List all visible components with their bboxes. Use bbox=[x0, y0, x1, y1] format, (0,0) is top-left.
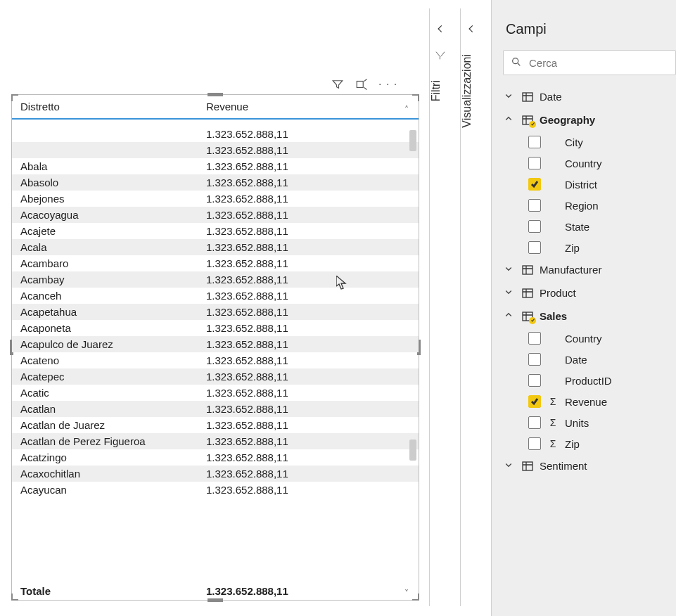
field-sales-productid[interactable]: ΣProductID bbox=[523, 370, 676, 391]
fields-search[interactable] bbox=[503, 50, 676, 75]
table-row[interactable]: Abasolo1.323.652.888,11 bbox=[12, 174, 419, 191]
table-row[interactable]: Acambay1.323.652.888,11 bbox=[12, 271, 419, 288]
col-header-revenue[interactable]: Revenue bbox=[206, 101, 319, 113]
filters-pane-collapsed[interactable]: Filtri bbox=[429, 8, 450, 606]
field-state[interactable]: ΣState bbox=[523, 216, 676, 237]
focus-mode-icon[interactable] bbox=[355, 77, 369, 91]
cell-distretto: Acambaro bbox=[18, 257, 206, 269]
sales-fields: ΣCountry ΣDate ΣProductID ΣRevenue ΣUnit… bbox=[495, 328, 676, 454]
table-node-date[interactable]: Date bbox=[495, 85, 676, 108]
search-input[interactable] bbox=[529, 57, 668, 69]
filter-icon[interactable] bbox=[331, 77, 345, 91]
chevron-up-icon[interactable] bbox=[504, 311, 516, 321]
sigma-icon: Σ bbox=[548, 417, 558, 428]
field-sales-date[interactable]: ΣDate bbox=[523, 349, 676, 370]
chevron-down-icon[interactable] bbox=[504, 91, 516, 102]
cell-distretto: Acatepec bbox=[18, 371, 206, 383]
cell-distretto: Acatlan de Juarez bbox=[18, 419, 206, 431]
table-row[interactable]: Acala1.323.652.888,11 bbox=[12, 239, 419, 255]
checkbox[interactable] bbox=[528, 220, 541, 233]
chevron-down-icon[interactable] bbox=[504, 288, 516, 298]
table-row[interactable]: Acatlan de Juarez1.323.652.888,11 bbox=[12, 417, 419, 433]
field-district[interactable]: ΣDistrict bbox=[523, 174, 676, 195]
checkbox[interactable] bbox=[528, 136, 541, 148]
field-sales-country[interactable]: ΣCountry bbox=[523, 328, 676, 349]
visualizations-pane-collapsed[interactable]: Visualizzazioni bbox=[460, 8, 481, 606]
table-row[interactable]: Acatepec1.323.652.888,11 bbox=[12, 368, 419, 385]
cell-revenue: 1.323.652.888,11 bbox=[206, 435, 319, 447]
checkbox-checked[interactable] bbox=[528, 178, 541, 191]
table-row[interactable]: Acaxochitlan1.323.652.888,11 bbox=[12, 466, 419, 482]
checkbox[interactable] bbox=[528, 157, 541, 169]
checkbox[interactable] bbox=[528, 199, 541, 212]
scroll-thumb[interactable] bbox=[409, 130, 416, 151]
chevron-down-icon[interactable] bbox=[504, 461, 516, 471]
more-options-icon[interactable]: · · · bbox=[378, 78, 397, 91]
cell-distretto: Acatzingo bbox=[18, 451, 206, 463]
field-sales-revenue[interactable]: ΣRevenue bbox=[523, 391, 676, 412]
cell-revenue: 1.323.652.888,11 bbox=[206, 387, 319, 399]
checkbox[interactable] bbox=[528, 374, 541, 387]
scroll-up-icon[interactable]: ˄ bbox=[404, 105, 417, 115]
checkbox[interactable] bbox=[528, 353, 541, 366]
table-row[interactable]: Acapulco de Juarez1.323.652.888,11 bbox=[12, 336, 419, 352]
table-node-manufacturer[interactable]: Manufacturer bbox=[495, 258, 676, 281]
field-sales-units[interactable]: ΣUnits bbox=[523, 412, 676, 433]
scroll-down-icon[interactable]: ˅ bbox=[404, 589, 417, 598]
cell-distretto: Acanceh bbox=[18, 290, 206, 302]
field-region[interactable]: ΣRegion bbox=[523, 195, 676, 216]
checkbox[interactable] bbox=[528, 416, 541, 429]
field-zip[interactable]: ΣZip bbox=[523, 237, 676, 258]
table-row[interactable]: 1.323.652.888,11 bbox=[12, 126, 419, 142]
table-row[interactable]: Acatzingo1.323.652.888,11 bbox=[12, 449, 419, 466]
field-sales-zip[interactable]: ΣZip bbox=[523, 433, 676, 454]
cell-distretto: Acapulco de Juarez bbox=[18, 338, 206, 350]
table-row[interactable]: Abala1.323.652.888,11 bbox=[12, 158, 419, 174]
report-canvas[interactable]: · · · Distretto Revenue 1.323.652.888,11… bbox=[0, 0, 427, 616]
cell-distretto bbox=[18, 128, 206, 140]
table-row[interactable]: Acatic1.323.652.888,11 bbox=[12, 385, 419, 401]
cell-revenue: 1.323.652.888,11 bbox=[206, 177, 319, 188]
table-row[interactable]: Acayucan1.323.652.888,11 bbox=[12, 482, 419, 498]
checkbox-checked[interactable] bbox=[528, 395, 541, 408]
field-country[interactable]: ΣCountry bbox=[523, 153, 676, 174]
total-label: Totale bbox=[18, 585, 206, 597]
table-row[interactable]: Abejones1.323.652.888,11 bbox=[12, 191, 419, 207]
table-row[interactable]: Acatlan1.323.652.888,11 bbox=[12, 401, 419, 417]
checkbox[interactable] bbox=[528, 437, 541, 450]
table-row[interactable]: 1.323.652.888,11 bbox=[12, 142, 419, 158]
table-node-geography[interactable]: Geography bbox=[495, 108, 676, 131]
chevron-down-icon[interactable] bbox=[504, 264, 516, 275]
table-node-sales[interactable]: Sales bbox=[495, 304, 676, 328]
table-node-sentiment[interactable]: Sentiment bbox=[495, 454, 676, 477]
scroll-thumb[interactable] bbox=[409, 439, 416, 461]
svg-rect-7 bbox=[523, 462, 532, 470]
field-label: State bbox=[565, 221, 589, 233]
scrollbar[interactable]: ˄ ˅ bbox=[404, 105, 417, 598]
table-row[interactable]: Acanceh1.323.652.888,11 bbox=[12, 288, 419, 304]
field-label: Zip bbox=[565, 242, 580, 254]
table-row[interactable]: Acateno1.323.652.888,11 bbox=[12, 352, 419, 368]
table-label: Geography bbox=[540, 114, 595, 126]
visualizations-pane-label: Visualizzazioni bbox=[461, 54, 473, 128]
table-row[interactable]: Acambaro1.323.652.888,11 bbox=[12, 255, 419, 271]
table-node-product[interactable]: Product bbox=[495, 281, 676, 304]
chevron-up-icon[interactable] bbox=[504, 115, 516, 125]
field-label: Country bbox=[565, 333, 602, 345]
col-header-distretto[interactable]: Distretto bbox=[18, 101, 206, 113]
checkbox[interactable] bbox=[528, 332, 541, 345]
chevron-left-icon[interactable] bbox=[461, 23, 481, 37]
field-label: Region bbox=[565, 200, 599, 212]
svg-rect-4 bbox=[523, 266, 532, 274]
table-row[interactable]: Acacoyagua1.323.652.888,11 bbox=[12, 207, 419, 223]
checkbox[interactable] bbox=[528, 241, 541, 254]
table-row[interactable]: Acapetahua1.323.652.888,11 bbox=[12, 304, 419, 320]
table-inner: Distretto Revenue 1.323.652.888,11 1.323… bbox=[12, 95, 419, 600]
chevron-left-icon[interactable] bbox=[430, 23, 450, 37]
table-visual[interactable]: Distretto Revenue 1.323.652.888,11 1.323… bbox=[11, 94, 419, 601]
cell-distretto: Acatlan bbox=[18, 403, 206, 415]
table-row[interactable]: Acajete1.323.652.888,11 bbox=[12, 223, 419, 239]
table-row[interactable]: Acatlan de Perez Figueroa1.323.652.888,1… bbox=[12, 433, 419, 449]
field-city[interactable]: ΣCity bbox=[523, 131, 676, 153]
table-row[interactable]: Acaponeta1.323.652.888,11 bbox=[12, 320, 419, 336]
